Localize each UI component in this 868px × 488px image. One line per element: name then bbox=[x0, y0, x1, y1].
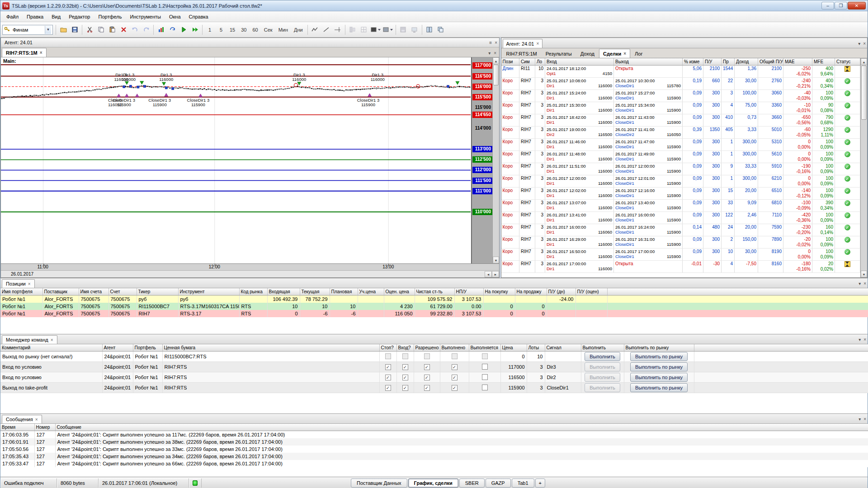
positions-column-header[interactable]: Тикер bbox=[137, 288, 178, 296]
desktop-tab-Поставщик Данных[interactable]: Поставщик Данных bbox=[351, 479, 407, 488]
chart-columns-icon[interactable] bbox=[156, 24, 166, 35]
allowed-checkbox[interactable] bbox=[424, 353, 430, 359]
windows-tile-icon[interactable] bbox=[424, 24, 435, 35]
trade-row[interactable]: КороRIH7326.01.2017 16:50:00Dir111600026… bbox=[501, 249, 860, 261]
message-row[interactable]: 17:05:33.47127Агент '24&point;01': Скрип… bbox=[0, 460, 868, 467]
allowed-checkbox[interactable]: ✓ bbox=[424, 364, 430, 370]
executed-checkbox[interactable]: ✓ bbox=[452, 385, 458, 391]
candlestick-chart-svg[interactable]: Dir1 3116000Dir1 3116000Dir1 3116000Dir1… bbox=[1, 57, 471, 263]
chart-vertical-scrollbar[interactable]: ▲ ▼ bbox=[492, 57, 499, 263]
execute-market-button[interactable]: Выполнить по рынку bbox=[630, 352, 688, 361]
agent-tab[interactable]: Агент: 24.01 × bbox=[503, 39, 543, 48]
tabs-menu-icon[interactable]: ▾ bbox=[859, 417, 861, 422]
positions-column-header[interactable]: Код рынка bbox=[239, 288, 267, 296]
commands-column-header[interactable]: Выполнено bbox=[440, 344, 469, 352]
trade-row[interactable]: КороRIH7325.01.2017 19:00:00Dir211650026… bbox=[501, 127, 860, 139]
commands-column-header[interactable]: Ценная бумага bbox=[162, 344, 379, 352]
position-row[interactable]: Робот №1Alor_FORTS75006757500675RIH7RTS-… bbox=[0, 310, 868, 317]
commands-column-header[interactable]: Лоты bbox=[527, 344, 545, 352]
account-combo[interactable]: Финам▼ bbox=[2, 25, 53, 35]
execute-market-button[interactable]: Выполнить по рынку bbox=[630, 373, 688, 382]
messages-tab[interactable]: Сообщения × bbox=[2, 415, 42, 423]
trades-tab-Доход[interactable]: Доход bbox=[576, 49, 599, 58]
trade-row[interactable]: КороRIH7325.01.2017 18:42:00Dir111600026… bbox=[501, 114, 860, 127]
menu-Портфель[interactable]: Портфель bbox=[94, 12, 126, 21]
trades-column-header[interactable]: MAE bbox=[783, 58, 812, 66]
fill-color-picker[interactable] bbox=[382, 24, 394, 35]
positions-tab[interactable]: Позиции × bbox=[2, 279, 35, 288]
trades-column-header[interactable]: % изме bbox=[683, 58, 703, 66]
execute-button[interactable]: Выполнить bbox=[585, 352, 620, 361]
timeframe-1-button[interactable]: 1 bbox=[204, 24, 215, 35]
message-row[interactable]: 17:06:01.91127Агент '24&point;01': Скрип… bbox=[0, 438, 868, 446]
positions-column-header[interactable]: На покупку bbox=[483, 288, 515, 296]
commands-column-header[interactable]: Вход? bbox=[396, 344, 414, 352]
recalc-icon[interactable] bbox=[167, 24, 178, 35]
executed-checkbox[interactable] bbox=[452, 353, 458, 359]
align-left-icon[interactable] bbox=[347, 24, 358, 35]
chart-doc-tab[interactable]: RIH7:RTS:1M × bbox=[2, 48, 47, 57]
desktop-tab-Tab1[interactable]: Tab1 bbox=[512, 479, 534, 488]
tabs-close-icon[interactable]: × bbox=[494, 51, 496, 56]
tab-close-icon[interactable]: × bbox=[28, 282, 31, 286]
messages-column-header[interactable]: Время bbox=[0, 424, 34, 431]
time-axis[interactable]: 11:0012:0013:00 bbox=[1, 263, 499, 270]
stop-checkbox[interactable]: ✓ bbox=[385, 375, 391, 380]
windows-cascade-icon[interactable] bbox=[435, 24, 446, 35]
commands-column-header[interactable]: Цена bbox=[500, 344, 527, 352]
close-button[interactable]: ✕ bbox=[848, 2, 866, 9]
execute-button[interactable]: Выполнить bbox=[585, 383, 620, 392]
positions-column-header[interactable]: НП/У bbox=[454, 288, 483, 296]
save-template-icon[interactable] bbox=[398, 24, 409, 35]
trade-row[interactable]: ДлинRI111024.01.2017 18:12:00Opt14150Отк… bbox=[501, 66, 860, 78]
positions-column-header[interactable]: Имя счета bbox=[79, 288, 108, 296]
commands-column-header[interactable]: Выполнить по рынку bbox=[624, 344, 694, 352]
minimize-button[interactable]: – bbox=[821, 2, 834, 9]
trades-tab-Результаты[interactable]: Результаты bbox=[542, 49, 576, 58]
timeframe-30-button[interactable]: 30 bbox=[238, 24, 249, 35]
desktop-tab-График, сделки[interactable]: График, сделки bbox=[408, 479, 458, 488]
commands-column-header[interactable]: Разрешено bbox=[414, 344, 440, 352]
execute-button[interactable]: Выполнить bbox=[585, 362, 620, 371]
tabs-menu-icon[interactable]: ▾ bbox=[859, 337, 861, 342]
commands-column-header[interactable]: Агент bbox=[102, 344, 133, 352]
align-grid-icon[interactable] bbox=[359, 24, 369, 35]
trades-tab-RIH7:RTS:1M[interactable]: RIH7:RTS:1M bbox=[502, 49, 541, 58]
messages-column-header[interactable]: Сообщение bbox=[55, 424, 868, 431]
trade-row[interactable]: КороRIH7325.01.2017 15:24:00Dir111600025… bbox=[501, 90, 860, 102]
menu-Файл[interactable]: Файл bbox=[2, 12, 23, 21]
scroll-down-icon[interactable]: ▼ bbox=[493, 257, 499, 263]
delete-icon[interactable] bbox=[118, 24, 129, 35]
trades-tab-Лог[interactable]: Лог bbox=[631, 49, 646, 58]
entry-checkbox[interactable]: ✓ bbox=[402, 375, 408, 380]
command-row[interactable]: Выход по рынку (нет сигнала!)24&point;01… bbox=[0, 352, 868, 362]
execute-market-button[interactable]: Выполнить по рынку bbox=[630, 383, 688, 392]
scroll-left-icon[interactable]: ◄ bbox=[485, 271, 492, 277]
stop-checkbox[interactable] bbox=[385, 353, 391, 359]
maximize-button[interactable]: ❐ bbox=[835, 2, 847, 9]
tab-close-icon[interactable]: × bbox=[35, 417, 38, 422]
positions-column-header[interactable]: Поставщик bbox=[42, 288, 79, 296]
trade-row[interactable]: КороRIH7326.01.2017 13:07:00Dir111600026… bbox=[501, 200, 860, 212]
redo-icon[interactable] bbox=[141, 24, 151, 35]
positions-column-header[interactable]: Плановая bbox=[330, 288, 358, 296]
desktop-tab-SBER[interactable]: SBER bbox=[459, 479, 485, 488]
line-color-picker[interactable] bbox=[370, 24, 382, 35]
positions-column-header[interactable]: Инструмент bbox=[178, 288, 239, 296]
message-row[interactable]: 17:05:35.43127Агент '24&point;01': Скрип… bbox=[0, 453, 868, 460]
positions-column-header[interactable]: Входящая bbox=[267, 288, 300, 296]
positions-column-header[interactable]: Счет bbox=[108, 288, 137, 296]
positions-column-header[interactable]: П/У (оцен) bbox=[576, 288, 607, 296]
entry-checkbox[interactable]: ✓ bbox=[402, 364, 408, 370]
positions-column-header[interactable]: Чистая ст-ть bbox=[415, 288, 454, 296]
tab-close-icon[interactable]: × bbox=[536, 41, 539, 46]
menu-Правка[interactable]: Правка bbox=[23, 12, 47, 21]
message-row[interactable]: 17:05:50.56127Агент '24&point;01': Скрип… bbox=[0, 446, 868, 453]
trades-column-header[interactable]: Общий П/У bbox=[758, 58, 783, 66]
entry-checkbox[interactable]: ✓ bbox=[402, 385, 408, 391]
tabs-close-icon[interactable]: × bbox=[863, 281, 866, 286]
command-row[interactable]: Выход по take-profit24&point;01Робот №1R… bbox=[0, 383, 868, 393]
command-row[interactable]: Вход по условию24&point;01Робот №1RIH7:R… bbox=[0, 372, 868, 383]
zigzag-tool-icon[interactable] bbox=[310, 24, 321, 35]
chevron-down-icon[interactable]: ▼ bbox=[45, 26, 51, 34]
